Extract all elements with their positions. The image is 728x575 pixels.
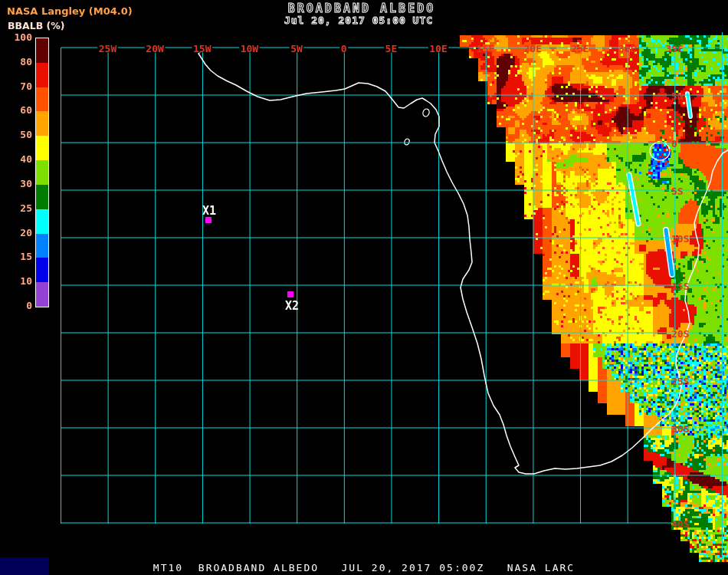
lon-tick-label: 15W [193, 43, 212, 54]
point-marker-x1 [205, 217, 212, 223]
point-marker-label: X1 [202, 204, 216, 218]
colorbar-tick-label: 30 [20, 178, 32, 189]
lon-tick-label: 0 [341, 43, 347, 54]
colorbar-segment [36, 234, 48, 258]
colorbar-segment [36, 185, 48, 209]
lat-tick-label: 20S [671, 328, 690, 340]
lon-tick-label: 25W [99, 43, 117, 54]
lon-tick-label: 5W [290, 43, 303, 54]
colorbar-segment [36, 209, 48, 234]
lon-tick-label: 35E [665, 43, 683, 54]
point-marker-label: X2 [285, 299, 299, 313]
colorbar-tick-label: 100 [15, 31, 32, 43]
colorbar-segment [36, 136, 48, 160]
colorbar-tick-label: 25 [20, 202, 32, 214]
lon-tick-label: 10W [241, 43, 259, 54]
map-overlay: 25W20W15W10W5W05E10E15E20E25E30E35E5N05S… [0, 0, 728, 575]
albedo-map-screen: 25W20W15W10W5W05E10E15E20E25E30E35E5N05S… [0, 0, 728, 575]
lon-tick-label: 30E [618, 43, 636, 54]
colorbar-segment [36, 111, 48, 136]
lat-tick-label: 30S [671, 423, 690, 435]
lat-tick-label: 0 [671, 138, 677, 150]
lat-tick-label: 5N [671, 90, 684, 102]
lat-tick-label: 40S [671, 518, 690, 530]
colorbar [35, 38, 49, 307]
colorbar-tick-label: 10 [20, 275, 32, 287]
colorbar-segment [36, 160, 48, 185]
lon-tick-label: 15E [477, 43, 494, 54]
page-title: BROADBAND ALBEDO [0, 2, 723, 15]
lat-tick-label: 25S [671, 376, 690, 387]
lon-tick-label: 5E [385, 43, 398, 54]
colorbar-labels: 100807060504030252015100 [0, 0, 32, 330]
colorbar-tick-label: 60 [20, 104, 32, 116]
colorbar-tick-label: 70 [20, 80, 32, 92]
colorbar-tick-label: 15 [20, 251, 32, 262]
colorbar-tick-label: 50 [20, 129, 32, 140]
lon-tick-label: 25E [571, 43, 589, 54]
status-bar: MT10 BROADBAND ALBEDO JUL 20, 2017 05:00… [0, 562, 728, 573]
point-marker-x2 [287, 291, 293, 297]
lat-tick-label: 5S [671, 186, 684, 197]
colorbar-segment [36, 87, 48, 112]
lat-tick-label: 15S [671, 281, 690, 292]
colorbar-tick-label: 20 [20, 227, 32, 238]
lon-tick-label: 20W [146, 43, 164, 54]
colorbar-tick-label: 40 [20, 153, 32, 165]
lat-tick-label: 10S [671, 233, 690, 245]
colorbar-segment [36, 258, 48, 282]
colorbar-tick-label: 80 [20, 56, 32, 67]
colorbar-segment [36, 38, 48, 63]
lon-tick-label: 10E [429, 43, 447, 54]
colorbar-tick-label: 0 [26, 300, 32, 311]
timestamp-subtitle: Jul 20, 2017 05:00 UTC [0, 15, 717, 26]
africa-coastline [198, 43, 728, 474]
colorbar-segment [36, 282, 48, 307]
colorbar-segment [36, 63, 48, 87]
lon-tick-label: 20E [524, 43, 542, 54]
